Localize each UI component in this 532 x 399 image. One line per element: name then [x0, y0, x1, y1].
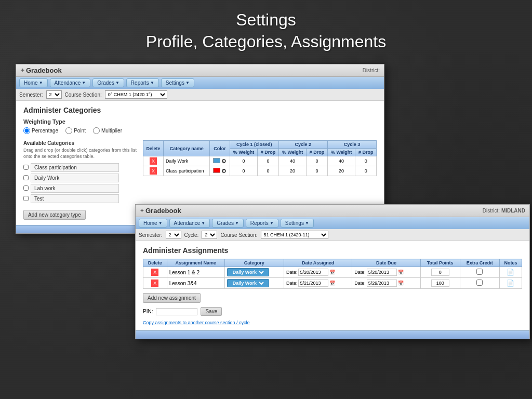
del-btn-cat-0[interactable]: X [150, 157, 157, 165]
th-notes: Notes [499, 259, 522, 267]
points-cell-1 [420, 278, 460, 289]
nav-attendance-1[interactable]: Attendance ▼ [50, 78, 91, 87]
gb-header-2: ✦ Gradebook District: MIDLAND [136, 205, 529, 217]
sel-cat-row-0: X Daily Work ⚙ 0 0 40 0 40 0 [143, 156, 377, 166]
gb-toolbar-1: Semester: 2 Course Section: 0° CHEM 1 (2… [16, 89, 384, 101]
semester-select-2[interactable]: 2 [166, 231, 181, 239]
color-swatch-0 [213, 158, 220, 163]
attendance-arrow-1: ▼ [82, 81, 86, 85]
nav-reports-2[interactable]: Reports ▼ [246, 219, 278, 228]
cycle-select-2[interactable]: 2 [202, 231, 217, 239]
sel-cat-row-1: X Class participation ⚙ 0 0 20 0 20 0 [143, 166, 377, 176]
pin-row: PIN: Save [143, 307, 522, 316]
th-c2-drop: # Drop [307, 149, 328, 156]
cat-checkbox-1[interactable] [23, 175, 29, 180]
pin-input[interactable] [156, 308, 197, 315]
nav-grades-1[interactable]: Grades ▼ [92, 78, 124, 87]
nav-home-1[interactable]: Home ▼ [19, 78, 48, 87]
copy-link[interactable]: Copy assignments to another course secti… [143, 320, 522, 325]
th-cycle2: Cycle 2 [278, 141, 327, 149]
points-input-0[interactable] [431, 269, 449, 276]
assign-row-0: X Lesson 1 & 2 Daily Work Date: 📅 Date [143, 267, 522, 278]
section-title-1: Administer Categories [23, 106, 377, 114]
attendance-arrow-2: ▼ [201, 221, 205, 225]
th-points: Total Points [420, 259, 460, 267]
cat-select-1[interactable]: Daily Work [231, 280, 265, 286]
assign-name-0: Lesson 1 & 2 [167, 267, 224, 278]
nav-attendance-2[interactable]: Attendance ▼ [169, 219, 210, 228]
extra-credit-checkbox-1[interactable] [476, 280, 483, 286]
nav-home-2[interactable]: Home ▼ [139, 219, 167, 228]
del-btn-cat-1[interactable]: X [150, 167, 157, 175]
date-assigned-input-0[interactable] [298, 269, 328, 276]
semester-select-1[interactable]: 2 [46, 90, 62, 99]
nav-grades-2[interactable]: Grades ▼ [212, 219, 244, 228]
th-c1-weight: % Weight [230, 149, 257, 156]
date-due-cal-0[interactable]: 📅 [398, 270, 404, 275]
cat-checkbox-0[interactable] [23, 165, 29, 170]
nav-settings-1[interactable]: Settings ▼ [161, 78, 194, 87]
radio-multiplier[interactable]: Multiplier [93, 127, 122, 134]
date-assigned-cal-1[interactable]: 📅 [329, 281, 335, 286]
cat-checkbox-3[interactable] [23, 196, 29, 201]
cat-badge-1: Daily Work [227, 279, 269, 287]
extra-credit-cell-1 [460, 278, 499, 289]
add-assignment-button[interactable]: Add new assignment [143, 293, 201, 303]
nav-settings-2[interactable]: Settings ▼ [281, 219, 314, 228]
home-arrow-2: ▼ [158, 221, 163, 225]
gb-toolbar-2: Semester: 2 Cycle: 2 Course Section: 51 … [136, 229, 529, 241]
assign-name-1: Lesson 3&4 [167, 278, 224, 289]
selected-categories-table: Delete Category name Color Cycle 1 (clos… [143, 140, 377, 176]
logo-icon-2: ✦ [140, 208, 144, 214]
color-swatch-1 [213, 168, 220, 173]
district-value-2: MIDLAND [501, 208, 525, 214]
extra-credit-checkbox-0[interactable] [476, 269, 483, 275]
cat-label-2: Lab work [31, 184, 119, 193]
date-due-cal-1[interactable]: 📅 [398, 281, 404, 286]
assign-cat-1: Daily Work [224, 278, 284, 289]
date-assigned-cal-0[interactable]: 📅 [329, 270, 335, 275]
course-section-label-1: Course Section: [65, 92, 102, 98]
course-section-select-2[interactable]: 51 CHEM 1 (2420-11) [261, 231, 328, 239]
gear-icon-0[interactable]: ⚙ [221, 158, 227, 164]
logo-text-2: Gradebook [145, 207, 181, 215]
note-icon-0[interactable]: 📄 [507, 269, 514, 276]
avail-hint: Drag and drop (or double click) categori… [23, 148, 138, 159]
weighting-label: Weighting Type [23, 118, 377, 125]
course-section-select-1[interactable]: 0° CHEM 1 (2420 1°) [105, 90, 167, 99]
cat-checkbox-2[interactable] [23, 185, 29, 191]
assign-cat-0: Daily Work [224, 267, 284, 278]
points-input-1[interactable] [431, 280, 449, 287]
date-due-input-0[interactable] [367, 269, 397, 276]
add-category-button[interactable]: Add new category type [23, 210, 86, 220]
nav-reports-1[interactable]: Reports ▼ [126, 78, 159, 87]
th-c1-drop: # Drop [258, 149, 279, 156]
date-assigned-input-1[interactable] [298, 280, 328, 287]
logo-text-1: Gradebook [26, 66, 62, 74]
cat-color-0: ⚙ [210, 156, 230, 166]
gb-header-1: ✦ Gradebook District: [16, 64, 384, 77]
th-asgn-name: Assignment Name [167, 259, 224, 267]
gb-footer-2 [136, 330, 529, 339]
radio-point[interactable]: Point [65, 127, 86, 134]
del-btn-assign-1[interactable]: X [151, 280, 158, 287]
cat-item-2: Lab work [23, 184, 138, 193]
available-categories-panel: Available Categories Drag and drop (or d… [23, 140, 138, 219]
reports-arrow-2: ▼ [270, 221, 274, 225]
radio-percentage[interactable]: Percentage [23, 127, 58, 134]
cat-label-1: Daily Work [31, 174, 119, 182]
del-btn-assign-0[interactable]: X [151, 269, 158, 276]
grades-arrow-2: ▼ [235, 221, 239, 225]
cat-select-0[interactable]: Daily Work [231, 269, 265, 275]
gear-icon-1[interactable]: ⚙ [221, 168, 227, 174]
th-del: Delete [143, 259, 167, 267]
th-cycle1: Cycle 1 (closed) [230, 141, 278, 149]
note-icon-1[interactable]: 📄 [507, 280, 514, 287]
date-due-input-1[interactable] [367, 280, 397, 287]
gb-logo-2: ✦ Gradebook [140, 207, 181, 215]
save-button[interactable]: Save [201, 307, 222, 316]
notes-cell-0: 📄 [499, 267, 522, 278]
assign-row-1: X Lesson 3&4 Daily Work Date: 📅 Date: [143, 278, 522, 289]
assignments-table: Delete Assignment Name Category Date Ass… [143, 259, 522, 289]
cat-label-3: Test [31, 194, 119, 203]
